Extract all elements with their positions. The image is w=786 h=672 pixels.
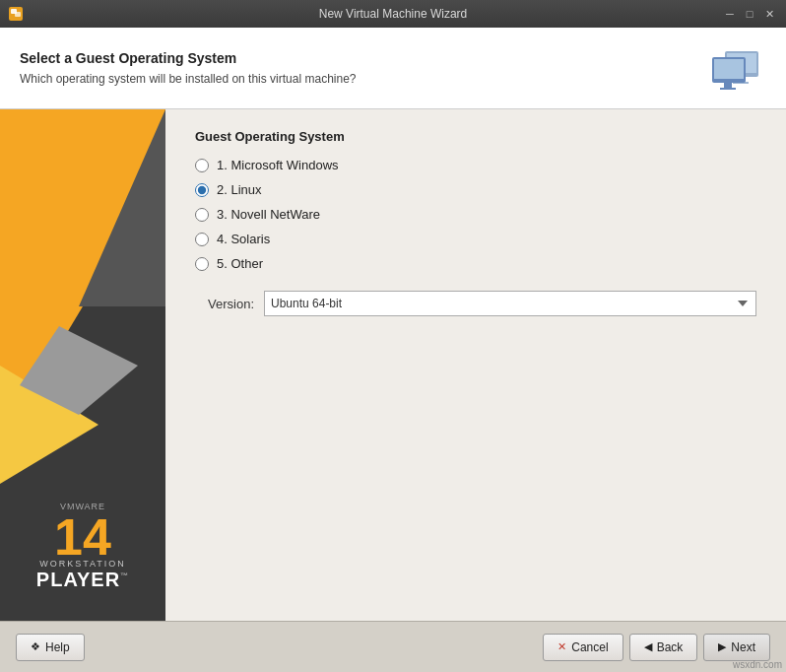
radio-netware[interactable] — [195, 208, 209, 222]
version-number: 14 — [0, 511, 165, 563]
back-label: Back — [657, 640, 684, 654]
cancel-button[interactable]: ✕ Cancel — [543, 634, 622, 661]
header-icon — [707, 43, 766, 93]
page-subtitle: Which operating system will be installed… — [20, 72, 357, 86]
page-title: Select a Guest Operating System — [20, 50, 357, 66]
radio-other[interactable] — [195, 257, 209, 271]
help-icon: ❖ — [31, 640, 40, 653]
os-option-windows[interactable]: 1. Microsoft Windows — [195, 158, 756, 172]
window-controls: ─ □ ✕ — [721, 5, 778, 23]
footer: ❖ Help ✕ Cancel ◀ Back ▶ Next — [0, 621, 786, 672]
svg-rect-8 — [714, 59, 744, 79]
workstation-label: WORKSTATION — [0, 559, 165, 569]
next-button[interactable]: ▶ Next — [703, 634, 770, 661]
radio-solaris[interactable] — [195, 233, 209, 246]
radio-linux[interactable] — [195, 183, 209, 197]
os-radio-group: 1. Microsoft Windows 2. Linux 3. Novell … — [195, 158, 756, 271]
cancel-icon: ✕ — [557, 640, 566, 653]
back-icon: ◀ — [644, 640, 652, 653]
version-label: Version: — [195, 297, 254, 311]
back-button[interactable]: ◀ Back — [629, 634, 698, 661]
player-label: PLAYER™ — [0, 569, 165, 591]
os-option-netware[interactable]: 3. Novell NetWare — [195, 207, 756, 222]
radio-netware-label: 3. Novell NetWare — [217, 207, 320, 222]
radio-linux-label: 2. Linux — [217, 182, 262, 197]
svg-rect-9 — [724, 83, 732, 88]
os-option-other[interactable]: 5. Other — [195, 256, 756, 271]
title-bar: New Virtual Machine Wizard ─ □ ✕ — [0, 0, 786, 28]
os-option-solaris[interactable]: 4. Solaris — [195, 232, 756, 246]
radio-windows-label: 1. Microsoft Windows — [217, 158, 339, 172]
os-option-linux[interactable]: 2. Linux — [195, 182, 756, 197]
window-title: New Virtual Machine Wizard — [319, 7, 468, 21]
version-select[interactable]: Ubuntu 64-bit Ubuntu Debian 9.x 64-bit F… — [264, 291, 756, 316]
cancel-label: Cancel — [571, 640, 608, 654]
help-button[interactable]: ❖ Help — [16, 634, 85, 661]
svg-rect-2 — [15, 12, 21, 17]
sidebar-logo: vmware 14 WORKSTATION PLAYER™ — [0, 502, 165, 591]
header-text: Select a Guest Operating System Which op… — [20, 50, 357, 86]
svg-rect-10 — [720, 88, 736, 90]
header-section: Select a Guest Operating System Which op… — [0, 28, 786, 109]
next-icon: ▶ — [718, 640, 726, 653]
footer-right: ✕ Cancel ◀ Back ▶ Next — [543, 634, 770, 661]
version-row: Version: Ubuntu 64-bit Ubuntu Debian 9.x… — [195, 291, 756, 316]
content-area: vmware 14 WORKSTATION PLAYER™ Guest Oper… — [0, 109, 786, 621]
title-bar-left — [8, 6, 24, 22]
sidebar-inner: vmware 14 WORKSTATION PLAYER™ — [0, 109, 165, 621]
app-icon — [8, 6, 24, 22]
close-button[interactable]: ✕ — [760, 5, 778, 23]
sidebar: vmware 14 WORKSTATION PLAYER™ — [0, 109, 165, 621]
radio-solaris-label: 4. Solaris — [217, 232, 270, 246]
radio-windows[interactable] — [195, 159, 209, 172]
restore-button[interactable]: □ — [741, 5, 758, 23]
radio-other-label: 5. Other — [217, 256, 263, 271]
section-title: Guest Operating System — [195, 129, 756, 144]
help-label: Help — [45, 640, 70, 654]
next-label: Next — [731, 640, 755, 654]
main-panel: Guest Operating System 1. Microsoft Wind… — [165, 109, 786, 621]
minimize-button[interactable]: ─ — [721, 5, 739, 23]
watermark: wsxdn.com — [733, 659, 782, 670]
dialog: Select a Guest Operating System Which op… — [0, 28, 786, 672]
footer-left: ❖ Help — [16, 634, 85, 661]
